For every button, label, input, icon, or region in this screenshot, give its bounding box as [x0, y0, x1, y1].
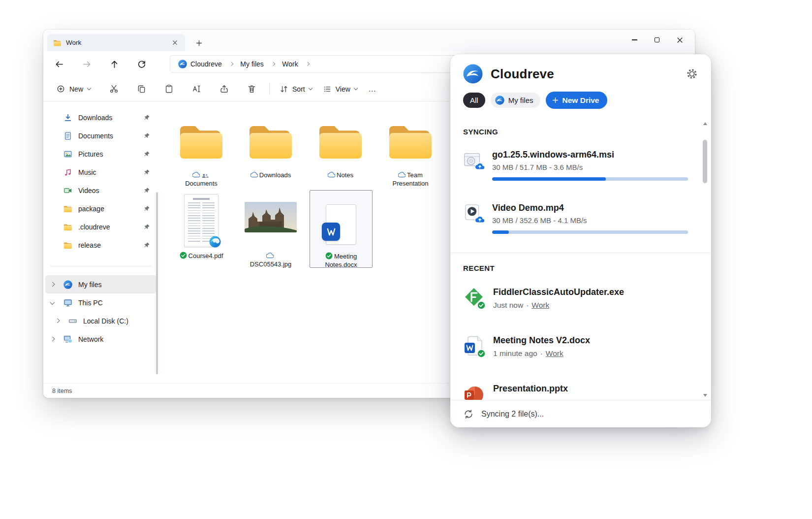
new-tab-button[interactable] [192, 36, 206, 50]
word-thumbnail-zone [310, 193, 372, 248]
chevron-right-icon[interactable] [50, 336, 55, 341]
sync-item-msi[interactable]: go1.25.5.windows-arm64.msi 30 MB / 51.7 … [463, 150, 688, 181]
file-dsc05543-jpg[interactable]: DSC05543.jpg [238, 192, 303, 269]
recent-file-name: Meeting Notes V2.docx [493, 335, 688, 346]
file-course4-pdf[interactable]: Course4.pdf [169, 192, 234, 260]
scroll-down-arrow-icon[interactable] [703, 394, 707, 397]
delete-button[interactable] [241, 80, 262, 98]
sidebar-divider [50, 266, 152, 266]
refresh-button[interactable] [133, 55, 151, 73]
sidebar-item-documents[interactable]: Documents [45, 127, 156, 145]
sidebar-scrollbar[interactable] [156, 192, 158, 374]
photo-thumbnail-zone [238, 192, 303, 247]
sidebar-item-cloudreve[interactable]: .cloudreve [45, 218, 156, 236]
back-button[interactable] [50, 55, 68, 73]
close-window-button[interactable] [668, 31, 691, 49]
folder-documents[interactable]: Documents [169, 121, 234, 188]
pin-icon [144, 151, 150, 157]
recent-item-meeting-notes[interactable]: Meeting Notes V2.docx 1 minute ago · Wor… [463, 335, 688, 358]
chevron-right-icon [229, 62, 233, 66]
breadcrumb-cloudreve[interactable]: Cloudreve [176, 59, 224, 69]
photo-thumbnail [245, 202, 297, 232]
paste-button[interactable] [158, 80, 180, 98]
new-drive-button[interactable]: New Drive [546, 92, 608, 109]
forward-button[interactable] [78, 55, 95, 73]
sidebar-item-pictures[interactable]: Pictures [45, 145, 156, 163]
sidebar-item-this-pc[interactable]: This PC [45, 293, 156, 312]
sidebar-item-music[interactable]: Music [45, 163, 156, 181]
scrollbar-thumb[interactable] [703, 140, 707, 183]
share-button[interactable] [213, 80, 235, 98]
sync-status-text: Syncing 2 file(s)... [481, 410, 544, 419]
sidebar-item-network[interactable]: Network [45, 330, 156, 348]
sidebar-item-release[interactable]: release [45, 236, 156, 254]
folder-notes[interactable]: Notes [308, 121, 373, 180]
progress-fill [492, 230, 509, 234]
minimize-button[interactable] [623, 31, 646, 49]
pin-icon [144, 169, 150, 175]
settings-button[interactable] [686, 67, 698, 80]
file-meeting-notes-docx[interactable]: Meeting Notes.docx [310, 190, 373, 268]
recent-file-name: Presentation.pptx [493, 384, 688, 394]
word-doc-page [326, 204, 356, 245]
fiddler-exe-icon [463, 287, 486, 310]
refresh-icon [137, 60, 146, 68]
work-location-link[interactable]: Work [531, 301, 549, 310]
folder-label: Notes [316, 171, 365, 180]
work-location-link[interactable]: Work [546, 349, 563, 358]
sort-button[interactable]: Sort [274, 80, 317, 98]
msi-installer-icon [463, 150, 485, 171]
sidebar-item-my-files[interactable]: My files [45, 275, 156, 293]
recent-item-presentation[interactable]: Presentation.pptx [463, 384, 688, 400]
maximize-icon [655, 37, 659, 42]
breadcrumb-work[interactable]: Work [280, 59, 300, 69]
plus-icon [552, 97, 559, 104]
recent-file-meta: Just now · Work [493, 301, 688, 310]
scroll-up-arrow-icon[interactable] [703, 122, 707, 125]
sidebar: Downloads Documents Pictures Music Video… [45, 101, 156, 381]
pdf-text-line [193, 198, 210, 200]
breadcrumb-my-files[interactable]: My files [238, 59, 265, 69]
recent-file-name: FiddlerClassicAutoUpdater.exe [493, 287, 688, 297]
powerpoint-file-icon [463, 384, 486, 400]
toolbar-divider [269, 83, 270, 95]
folder-team-presentation[interactable]: Team Presentation [378, 121, 443, 188]
chevron-right-icon [271, 62, 275, 66]
progress-bar [492, 230, 688, 234]
recent-item-fiddler[interactable]: FiddlerClassicAutoUpdater.exe Just now ·… [463, 287, 688, 310]
sidebar-item-downloads[interactable]: Downloads [45, 108, 156, 127]
more-options-button[interactable]: … [363, 80, 382, 98]
recent-file-meta: 1 minute ago · Work [493, 349, 688, 358]
chevron-down-icon [87, 86, 91, 90]
copy-button[interactable] [130, 80, 152, 98]
sync-item-video[interactable]: Video Demo.mp4 30 MB / 352.6 MB - 4.1 MB… [463, 203, 688, 234]
chevron-right-icon[interactable] [50, 282, 55, 286]
chevron-right-icon[interactable] [55, 318, 60, 323]
document-icon [63, 131, 72, 140]
chevron-down-icon[interactable] [50, 300, 55, 304]
folder-downloads[interactable]: Downloads [238, 121, 303, 180]
cloud-status-icon [328, 171, 335, 178]
sidebar-item-videos[interactable]: Videos [45, 181, 156, 199]
sidebar-item-package[interactable]: package [45, 199, 156, 218]
rename-button[interactable] [186, 80, 207, 98]
folder-label: Team Presentation [386, 171, 435, 188]
synced-check-icon [325, 252, 333, 260]
file-label: Course4.pdf [177, 252, 226, 260]
filter-my-files-chip[interactable]: My files [491, 93, 540, 108]
maximize-button[interactable] [646, 31, 668, 49]
popup-scrollbar[interactable] [703, 122, 708, 397]
tab-work[interactable]: Work [47, 34, 185, 51]
cut-button[interactable] [103, 80, 125, 98]
new-button[interactable]: New [50, 80, 97, 98]
video-camera-icon [63, 186, 72, 195]
sidebar-item-local-disk-c[interactable]: Local Disk (C:) [45, 312, 156, 330]
minimize-icon [632, 39, 637, 40]
filter-chips: All My files New Drive [463, 92, 698, 109]
filter-all-chip[interactable]: All [463, 93, 485, 108]
view-button[interactable]: View [317, 80, 363, 98]
up-arrow-icon [110, 60, 119, 69]
up-button[interactable] [105, 55, 123, 73]
tab-close-button[interactable] [169, 37, 180, 48]
word-file-icon [463, 335, 486, 358]
